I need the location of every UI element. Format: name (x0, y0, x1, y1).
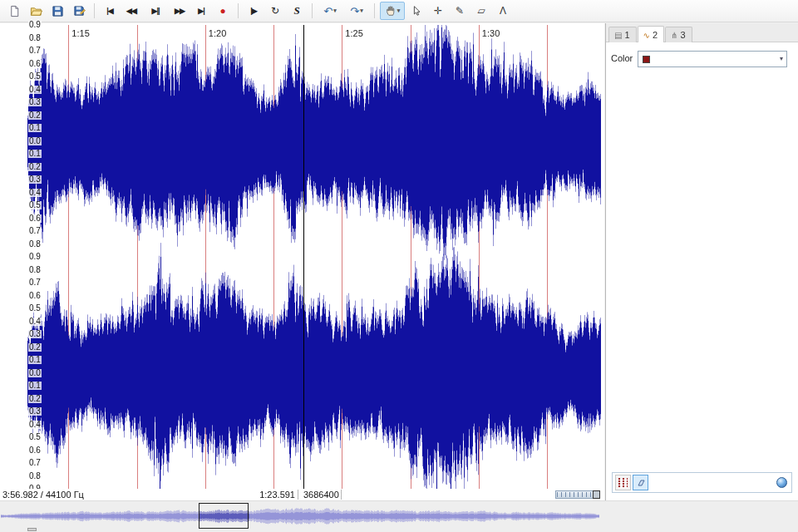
tab-label: 1 (624, 30, 629, 40)
dashed-lines-icon (618, 478, 628, 488)
new-document-icon (8, 5, 21, 17)
status-bar: 3:56.982 / 44100 Гц 1:23.591 3686400 (0, 489, 604, 500)
cursor-time-readout: 1:23.591 (249, 490, 298, 500)
open-file-button[interactable] (26, 2, 46, 20)
overview-waveform[interactable] (1, 504, 599, 529)
color-label: Color (611, 53, 633, 63)
chevron-down-icon: ▾ (397, 7, 401, 14)
hand-icon (385, 5, 397, 17)
tab-label: 2 (653, 30, 658, 40)
toolbar-separator (238, 3, 239, 18)
record-icon: ● (219, 5, 225, 17)
fast-forward-button[interactable]: ▶▶ (170, 2, 190, 20)
file-length-samplerate-readout: 3:56.982 / 44100 Гц (2, 490, 84, 500)
save-file-button[interactable] (47, 2, 67, 20)
toolbar-separator (312, 3, 313, 18)
loop-icon: ↻ (271, 5, 279, 17)
panel-bottom-toolbar (612, 472, 792, 493)
go-to-end-icon: ▶| (198, 7, 204, 15)
new-document-button[interactable] (4, 2, 24, 20)
snap-button[interactable]: S (287, 2, 307, 20)
color-select[interactable]: ▾ (638, 51, 787, 67)
redo-icon: ↷ (350, 5, 359, 17)
go-to-end-button[interactable]: ▶| (191, 2, 211, 20)
loop-button[interactable]: ↻ (265, 2, 285, 20)
status-orb-icon (776, 477, 787, 488)
save-floppy-icon (52, 5, 64, 17)
panel-tab-2[interactable]: ∿2 (638, 26, 665, 42)
record-button[interactable]: ● (213, 2, 233, 20)
zoom-slider[interactable] (555, 490, 600, 499)
move-cross-icon: ✛ (434, 5, 442, 17)
redo-button[interactable]: ↷▾ (344, 2, 369, 20)
save-as-floppy-pencil-icon (73, 5, 86, 17)
hand-tool-button[interactable]: ▾ (380, 2, 405, 20)
columns-tab-icon: ▤ (614, 31, 622, 40)
color-swatch (643, 56, 650, 63)
cursor-arrow-icon (411, 5, 422, 17)
panel-tab-strip: ▤1 ∿2 ⋔3 (606, 23, 798, 42)
rewind-button[interactable]: ◀◀ (121, 2, 141, 20)
play-pause-icon: ▶|| (152, 7, 160, 15)
selection-tool-button[interactable] (406, 2, 426, 20)
go-to-start-icon: |◀ (106, 7, 112, 15)
snap-icon: S (293, 4, 299, 17)
waveform-editor-area: 1:151:201:251:30 0.90.80.70.60.50.40.30.… (0, 23, 604, 500)
play-from-cursor-icon: |▶ (250, 7, 256, 15)
go-to-start-button[interactable]: |◀ (100, 2, 120, 20)
overview-selection[interactable] (199, 503, 249, 529)
cursor-sample-readout: 3686400 (301, 490, 342, 500)
marker-lines-button[interactable] (615, 475, 631, 490)
parallelogram-icon (636, 478, 646, 488)
marker-tool-button[interactable]: Λ (493, 2, 513, 20)
fast-forward-icon: ▶▶ (175, 7, 185, 15)
select-chevron-down-icon: ▾ (780, 55, 783, 62)
open-folder-icon (30, 5, 42, 17)
undo-icon: ↶ (323, 5, 332, 17)
eraser-tool-button[interactable]: ▱ (471, 2, 491, 20)
overview-scroll-handle[interactable] (27, 528, 37, 531)
pencil-tool-button[interactable]: ✎ (450, 2, 470, 20)
chevron-down-icon: ▾ (360, 7, 363, 14)
waveform-canvas[interactable] (27, 25, 601, 489)
color-row: Color ▾ (606, 48, 798, 68)
eraser-mode-button[interactable] (633, 475, 648, 490)
play-from-cursor-button[interactable]: |▶ (244, 2, 264, 20)
main-toolbar: |◀ ◀◀ ▶|| ▶▶ ▶| ● |▶ ↻ S ↶▾ ↷▾ ▾ ✛ ✎ ▱ Λ (0, 0, 798, 22)
tab-label: 3 (680, 30, 685, 40)
rewind-icon: ◀◀ (126, 7, 136, 15)
fork-tab-icon: ⋔ (671, 31, 677, 40)
overview-strip (0, 500, 798, 532)
undo-button[interactable]: ↶▾ (318, 2, 342, 20)
eraser-icon: ▱ (477, 5, 485, 17)
save-file-as-button[interactable] (69, 2, 89, 20)
chevron-down-icon: ▾ (333, 7, 337, 14)
move-tool-button[interactable]: ✛ (428, 2, 448, 20)
zoom-slider-handle[interactable] (593, 490, 600, 499)
panel-tab-3[interactable]: ⋔3 (665, 27, 692, 42)
panel-tab-1[interactable]: ▤1 (608, 27, 637, 42)
pencil-icon: ✎ (456, 5, 464, 17)
waveform-tab-icon: ∿ (643, 31, 650, 40)
toolbar-separator (94, 3, 95, 18)
toolbar-separator (374, 3, 375, 18)
play-pause-button[interactable]: ▶|| (143, 2, 168, 20)
properties-panel: ▤1 ∿2 ⋔3 Color ▾ (605, 23, 798, 500)
lambda-icon: Λ (500, 5, 506, 17)
